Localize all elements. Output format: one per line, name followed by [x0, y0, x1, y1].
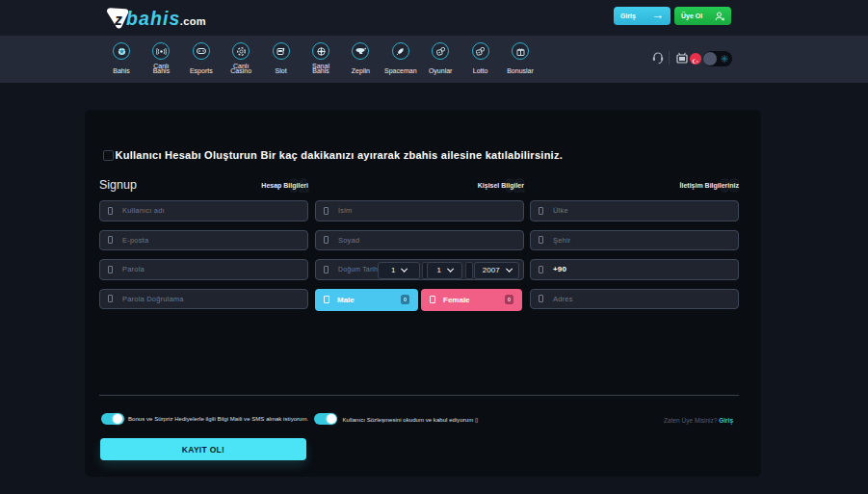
svg-text:z: z [114, 12, 122, 28]
svg-text:.com: .com [180, 15, 206, 27]
svg-text:bahis: bahis [126, 8, 181, 29]
